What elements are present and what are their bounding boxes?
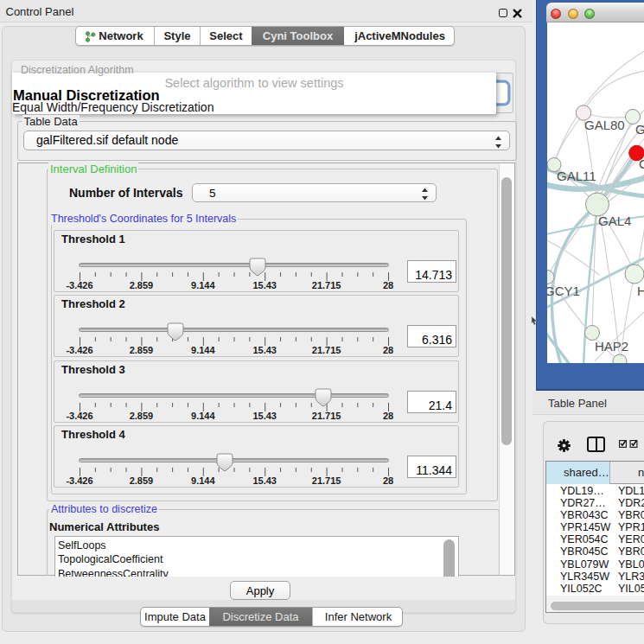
svg-text:GAL11: GAL11 — [557, 169, 596, 183]
svg-text:HAP2: HAP2 — [595, 339, 628, 354]
svg-text:GA: GA — [635, 122, 644, 137]
svg-text:H: H — [637, 284, 644, 298]
svg-text:GCY1: GCY1 — [547, 284, 580, 298]
svg-text:GAL4: GAL4 — [598, 214, 631, 228]
svg-text:C: C — [639, 156, 644, 171]
svg-text:GAL80: GAL80 — [584, 118, 625, 132]
